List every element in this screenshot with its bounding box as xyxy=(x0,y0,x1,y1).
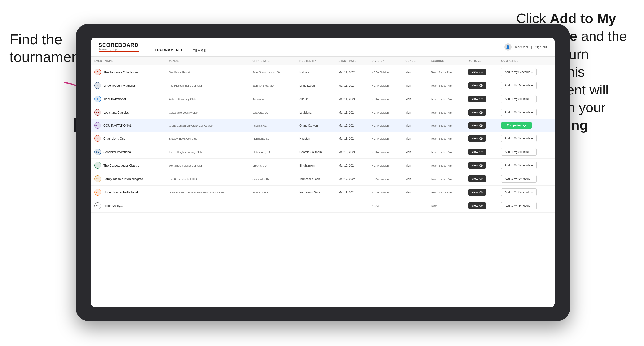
cell-scoring: Team, Stroke Play xyxy=(428,132,465,145)
add-to-schedule-button[interactable]: Add to My Schedule + xyxy=(501,95,537,103)
cell-actions: View xyxy=(465,186,498,199)
cell-actions: View xyxy=(465,119,498,132)
plus-icon: + xyxy=(531,204,533,208)
cell-division: NCAA Division I xyxy=(368,172,402,186)
cell-venue: Auburn University Club xyxy=(166,92,249,106)
competing-button[interactable]: Competing xyxy=(501,122,532,129)
cell-city-state: Saint Simons Island, GA xyxy=(249,65,296,79)
cell-competing: Add to My Schedule + xyxy=(498,199,554,212)
cell-hosted-by: Kennesaw State xyxy=(296,186,335,199)
tab-teams[interactable]: TEAMS xyxy=(188,48,211,56)
eye-icon xyxy=(480,124,483,127)
team-logo: BV xyxy=(94,202,101,209)
col-hosted-by: HOSTED BY xyxy=(296,57,335,65)
plus-icon: + xyxy=(531,190,533,194)
table-header-row: EVENT NAME VENUE CITY, STATE HOSTED BY S… xyxy=(91,57,554,65)
plus-icon: + xyxy=(531,97,533,101)
cell-competing: Add to My Schedule + xyxy=(498,159,554,172)
add-to-schedule-button[interactable]: Add to My Schedule + xyxy=(501,135,537,142)
view-button[interactable]: View xyxy=(468,135,486,142)
cell-event-name: BV Brook Valley... xyxy=(91,199,166,212)
cell-start-date: Mar 11, 2024 xyxy=(335,65,368,79)
svg-point-23 xyxy=(480,205,482,206)
event-name-text: Schenkel Invitational xyxy=(103,150,132,154)
cell-scoring: Team, xyxy=(428,199,465,212)
event-name-text: Champions Cup xyxy=(103,137,125,140)
cell-start-date: Mar 11, 2024 xyxy=(335,106,368,119)
cell-actions: View xyxy=(465,65,498,79)
add-to-schedule-button[interactable]: Add to My Schedule + xyxy=(501,162,537,169)
user-icon: 👤 xyxy=(504,43,512,50)
cell-hosted-by: Auburn xyxy=(296,92,335,106)
cell-competing: Add to My Schedule + xyxy=(498,172,554,186)
cell-gender: Men xyxy=(402,65,428,79)
event-name-text: Louisiana Classics xyxy=(103,111,129,114)
cell-hosted-by: Rutgers xyxy=(296,65,335,79)
event-name-text: GCU INVITATIONAL xyxy=(103,124,132,127)
add-to-schedule-button[interactable]: Add to My Schedule + xyxy=(501,109,537,116)
eye-icon xyxy=(480,151,483,153)
add-to-schedule-button[interactable]: Add to My Schedule + xyxy=(501,82,537,89)
cell-city-state: Urbana, MD xyxy=(249,159,296,172)
view-button[interactable]: View xyxy=(468,109,486,116)
sign-out-link[interactable]: Sign out xyxy=(535,45,547,49)
cell-scoring: Team, Stroke Play xyxy=(428,145,465,159)
add-to-schedule-button[interactable]: Add to My Schedule + xyxy=(501,68,537,76)
add-to-schedule-button[interactable]: Add to My Schedule + xyxy=(501,202,537,209)
cell-city-state: Statesboro, GA xyxy=(249,145,296,159)
eye-icon xyxy=(480,191,483,193)
cell-competing: Add to My Schedule + xyxy=(498,186,554,199)
table-container: EVENT NAME VENUE CITY, STATE HOSTED BY S… xyxy=(91,57,554,307)
tab-tournaments[interactable]: TOURNAMENTS xyxy=(150,48,188,56)
cell-event-name: SC Schenkel Invitational xyxy=(91,145,166,159)
cell-competing: Add to My Schedule + xyxy=(498,145,554,159)
cell-gender: Men xyxy=(402,119,428,132)
add-to-schedule-button[interactable]: Add to My Schedule + xyxy=(501,188,537,196)
cell-venue: Worthington Manor Golf Club xyxy=(166,159,249,172)
add-to-schedule-button[interactable]: Add to My Schedule + xyxy=(501,148,537,156)
cell-event-name: T Tiger Invitational xyxy=(91,92,166,106)
view-button[interactable]: View xyxy=(468,69,486,75)
view-button[interactable]: View xyxy=(468,149,486,155)
cell-event-name: L Lindenwood Invitational xyxy=(91,79,166,92)
plus-icon: + xyxy=(531,150,533,154)
svg-point-7 xyxy=(480,99,482,99)
logo-area: SCOREBOARD Powered by clippd xyxy=(98,42,138,52)
table-row: B The Carpetbagger Classic Worthington M… xyxy=(91,159,554,172)
view-button[interactable]: View xyxy=(468,122,486,129)
user-name: Test User xyxy=(514,45,528,49)
col-start-date: START DATE xyxy=(335,57,368,65)
cell-hosted-by: Grand Canyon xyxy=(296,119,335,132)
team-logo: SC xyxy=(94,149,101,155)
view-button[interactable]: View xyxy=(468,202,486,209)
cell-start-date: Mar 12, 2024 xyxy=(335,119,368,132)
cell-gender: Men xyxy=(402,172,428,186)
col-gender: GENDER xyxy=(402,57,428,65)
checkmark-icon xyxy=(523,124,526,127)
annotation-left-line1: Find the xyxy=(10,31,62,47)
table-row: BN Bobby Nichols Intercollegiate The Sev… xyxy=(91,172,554,186)
add-to-schedule-button[interactable]: Add to My Schedule + xyxy=(501,175,537,182)
table-row: BV Brook Valley... NCAATeam, View Add to… xyxy=(91,199,554,212)
cell-gender: Men xyxy=(402,92,428,106)
view-button[interactable]: View xyxy=(468,82,486,89)
cell-gender: Men xyxy=(402,145,428,159)
cell-scoring: Team, Stroke Play xyxy=(428,92,465,106)
view-button[interactable]: View xyxy=(468,189,486,195)
cell-scoring: Team, Stroke Play xyxy=(428,79,465,92)
cell-venue xyxy=(166,199,249,212)
team-logo: LA xyxy=(94,109,101,116)
cell-start-date: Mar 13, 2024 xyxy=(335,132,368,145)
view-button[interactable]: View xyxy=(468,162,486,169)
cell-hosted-by xyxy=(296,199,335,212)
event-name-text: Bobby Nichols Intercollegiate xyxy=(103,177,143,181)
plus-icon: + xyxy=(531,164,533,167)
cell-venue: The Missouri Bluffs Golf Club xyxy=(166,79,249,92)
table-row: LA Louisiana Classics Oakbourne Country … xyxy=(91,106,554,119)
cell-venue: Oakbourne Country Club xyxy=(166,106,249,119)
view-button[interactable]: View xyxy=(468,175,486,182)
cell-event-name: GCU GCU INVITATIONAL xyxy=(91,119,166,132)
view-button[interactable]: View xyxy=(468,96,486,102)
cell-division: NCAA Division I xyxy=(368,159,402,172)
col-venue: VENUE xyxy=(166,57,249,65)
